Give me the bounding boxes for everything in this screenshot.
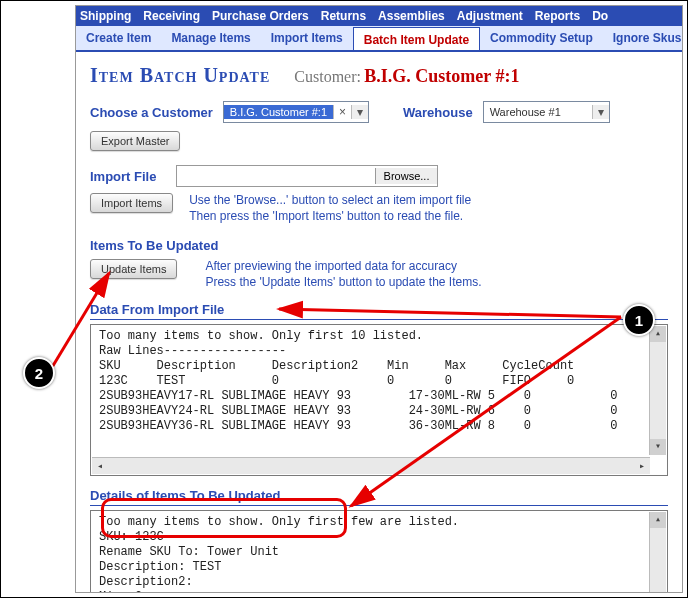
chevron-down-icon[interactable]: ▾ bbox=[592, 105, 609, 119]
tab-manage-items[interactable]: Manage Items bbox=[161, 26, 260, 50]
import-items-button[interactable]: Import Items bbox=[90, 193, 173, 213]
tab-create-item[interactable]: Create Item bbox=[76, 26, 161, 50]
details-box: Too many items to show. Only first few a… bbox=[90, 510, 668, 593]
nav-reports[interactable]: Reports bbox=[535, 9, 580, 23]
data-from-import-label: Data From Import File bbox=[90, 302, 668, 320]
update-help: After previewing the imported data for a… bbox=[205, 259, 481, 290]
export-master-button[interactable]: Export Master bbox=[90, 131, 180, 151]
nav-returns[interactable]: Returns bbox=[321, 9, 366, 23]
vertical-scrollbar[interactable]: ▴ ▾ bbox=[649, 512, 666, 593]
customer-label: Customer: bbox=[294, 68, 361, 85]
warehouse-combo[interactable]: Warehouse #1 ▾ bbox=[483, 101, 610, 123]
import-data-box: Too many items to show. Only first 10 li… bbox=[90, 324, 668, 476]
items-updated-label: Items To Be Updated bbox=[90, 238, 668, 253]
tab-batch-item-update[interactable]: Batch Item Update bbox=[353, 27, 480, 52]
top-nav: Shipping Receiving Purchase Orders Retur… bbox=[76, 6, 682, 26]
horizontal-scrollbar[interactable]: ◂ ▸ bbox=[92, 457, 650, 474]
vertical-scrollbar[interactable]: ▴ ▾ bbox=[649, 326, 666, 455]
import-file-label: Import File bbox=[90, 169, 156, 184]
callout-2: 2 bbox=[23, 357, 55, 389]
scroll-right-icon[interactable]: ▸ bbox=[634, 460, 650, 472]
choose-customer-label: Choose a Customer bbox=[90, 105, 213, 120]
scroll-down-icon[interactable]: ▾ bbox=[650, 439, 666, 455]
nav-assemblies[interactable]: Assemblies bbox=[378, 9, 445, 23]
tab-ignore-skus[interactable]: Ignore Skus bbox=[603, 26, 682, 50]
customer-combo[interactable]: B.I.G. Customer #:1 × ▾ bbox=[223, 101, 369, 123]
clear-icon[interactable]: × bbox=[333, 105, 351, 119]
nav-adjustment[interactable]: Adjustment bbox=[457, 9, 523, 23]
details-label: Details of Items To Be Updated bbox=[90, 488, 668, 506]
sub-nav: Create Item Manage Items Import Items Ba… bbox=[76, 26, 682, 52]
customer-value: B.I.G. Customer #:1 bbox=[364, 66, 519, 86]
scroll-up-icon[interactable]: ▴ bbox=[650, 512, 666, 528]
nav-do[interactable]: Do bbox=[592, 9, 608, 23]
import-help: Use the 'Browse...' button to select an … bbox=[189, 193, 471, 224]
tab-commodity-setup[interactable]: Commodity Setup bbox=[480, 26, 603, 50]
nav-receiving[interactable]: Receiving bbox=[143, 9, 200, 23]
nav-shipping[interactable]: Shipping bbox=[80, 9, 131, 23]
browse-button[interactable]: Browse... bbox=[375, 168, 438, 184]
warehouse-label: Warehouse bbox=[403, 105, 473, 120]
nav-purchase-orders[interactable]: Purchase Orders bbox=[212, 9, 309, 23]
scroll-up-icon[interactable]: ▴ bbox=[650, 326, 666, 342]
customer-combo-value: B.I.G. Customer #:1 bbox=[224, 105, 333, 119]
scroll-left-icon[interactable]: ◂ bbox=[92, 460, 108, 472]
update-items-button[interactable]: Update Items bbox=[90, 259, 177, 279]
warehouse-combo-value: Warehouse #1 bbox=[484, 105, 592, 119]
tab-import-items[interactable]: Import Items bbox=[261, 26, 353, 50]
page-title: Item Batch Update bbox=[90, 64, 270, 87]
chevron-down-icon[interactable]: ▾ bbox=[351, 105, 368, 119]
file-input[interactable]: Browse... bbox=[176, 165, 438, 187]
